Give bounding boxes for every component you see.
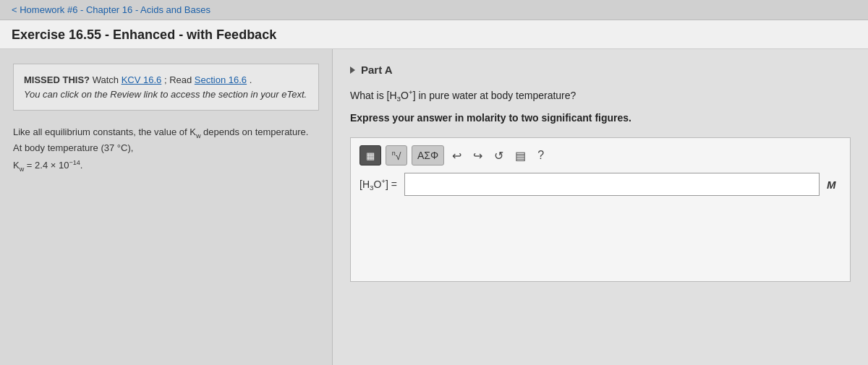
equilibrium-text: Like all equilibrium constants, the valu… xyxy=(13,125,319,156)
part-a-label: Part A xyxy=(361,64,393,76)
semicolon-text: ; Read xyxy=(164,74,195,85)
kw-equals: = 2.4 × 10 xyxy=(24,160,69,171)
greek-button[interactable]: ΑΣΦ xyxy=(412,145,444,166)
period-text: . xyxy=(250,74,252,85)
missed-this-box: MISSED THIS? Watch KCV 16.6 ; Read Secti… xyxy=(13,64,319,111)
question-text: What is [H3O+] in pure water at body tem… xyxy=(350,87,851,105)
missed-this-line: MISSED THIS? Watch KCV 16.6 ; Read Secti… xyxy=(24,73,308,87)
undo-button[interactable]: ↩ xyxy=(448,145,465,166)
top-bar: < Homework #6 - Chapter 16 - Acids and B… xyxy=(0,0,868,20)
answer-input[interactable] xyxy=(404,173,820,196)
undo-icon: ↩ xyxy=(452,149,461,163)
left-panel: MISSED THIS? Watch KCV 16.6 ; Read Secti… xyxy=(0,49,333,365)
review-text: You can click on the Review link to acce… xyxy=(24,87,308,102)
kw-formula-line: Kw = 2.4 × 10−14. xyxy=(13,159,319,173)
unit-label: M xyxy=(827,179,841,191)
help-button[interactable]: ? xyxy=(534,145,548,166)
missed-this-label: MISSED THIS? xyxy=(24,74,90,85)
breadcrumb-link[interactable]: < Homework #6 - Chapter 16 - Acids and B… xyxy=(12,4,210,15)
kw-period: . xyxy=(80,160,83,171)
kw-k: K xyxy=(13,160,20,171)
missed-this-text: Watch xyxy=(93,74,122,85)
kcv-link[interactable]: KCV 16.6 xyxy=(122,74,162,85)
kw-exp: −14 xyxy=(69,159,80,166)
express-text: Express your answer in molarity to two s… xyxy=(350,111,851,126)
right-panel: Part A What is [H3O+] in pure water at b… xyxy=(333,49,868,365)
refresh-icon: ↺ xyxy=(494,149,503,163)
redo-button[interactable]: ↪ xyxy=(469,145,486,166)
help-icon: ? xyxy=(537,149,544,162)
matrix-button[interactable]: ▦ xyxy=(359,145,381,166)
section-link[interactable]: Section 16.6 xyxy=(195,74,247,85)
input-label: [H3O+] = xyxy=(359,177,397,192)
toolbar-row: ▦ n√ ΑΣΦ ↩ ↪ ↺ ▤ xyxy=(359,145,841,166)
answer-area: ▦ n√ ΑΣΦ ↩ ↪ ↺ ▤ xyxy=(350,137,851,282)
page-header: Exercise 16.55 - Enhanced - with Feedbac… xyxy=(0,20,868,49)
collapse-icon[interactable] xyxy=(350,66,355,74)
redo-icon: ↪ xyxy=(473,149,482,163)
refresh-button[interactable]: ↺ xyxy=(490,145,507,166)
greek-icon: ΑΣΦ xyxy=(417,150,438,161)
main-content: MISSED THIS? Watch KCV 16.6 ; Read Secti… xyxy=(0,49,868,365)
kw-subscript-1: w xyxy=(196,126,201,137)
matrix-icon: ▦ xyxy=(366,150,375,161)
keyboard-icon: ▤ xyxy=(515,149,526,163)
sqrt-icon: n√ xyxy=(392,150,401,162)
page-title: Exercise 16.55 - Enhanced - with Feedbac… xyxy=(12,27,856,43)
eq-text1: Like all equilibrium constants, the valu… xyxy=(13,126,196,137)
input-row: [H3O+] = M xyxy=(359,173,841,196)
sqrt-button[interactable]: n√ xyxy=(386,145,407,166)
part-a-header: Part A xyxy=(350,64,851,76)
keyboard-button[interactable]: ▤ xyxy=(511,145,529,166)
